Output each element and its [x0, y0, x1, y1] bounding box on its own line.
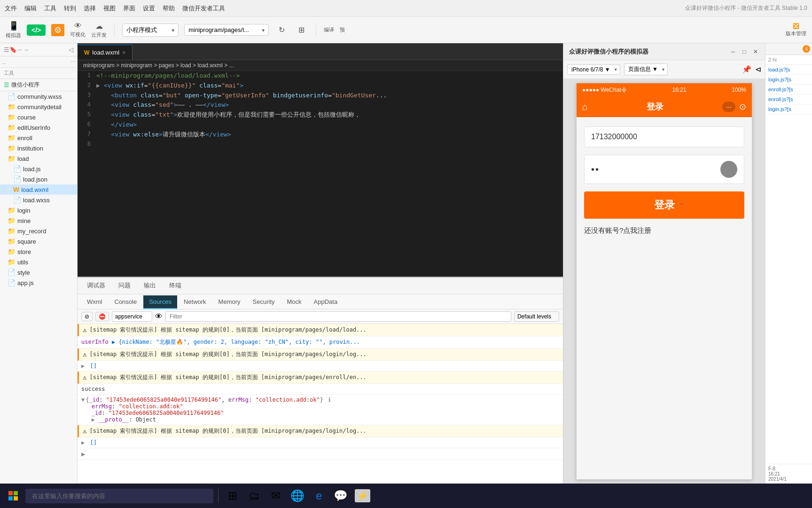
- password-slider[interactable]: [720, 161, 737, 178]
- sim-minimize-btn[interactable]: ─: [729, 48, 737, 56]
- page-info-btn[interactable]: 页面信息 ▼: [624, 64, 668, 75]
- file-item-course[interactable]: 📁 course: [0, 112, 77, 122]
- taskbar-app-wechat[interactable]: 💬: [331, 486, 350, 505]
- file-item-communitydetail[interactable]: 📁 communitydetail: [0, 102, 77, 112]
- file-item-mine[interactable]: 📁 mine: [0, 215, 77, 226]
- phone-login-button[interactable]: 登录: [584, 191, 744, 219]
- taskbar-app-explorer[interactable]: ⊞: [223, 486, 242, 505]
- subtab-security[interactable]: Security: [247, 295, 281, 309]
- file-item-enroll[interactable]: 📁 enroll: [0, 133, 77, 143]
- file-item-load-wxss[interactable]: 📄 load.wxss: [0, 195, 77, 205]
- mode-dropdown[interactable]: 小程序模式: [122, 24, 179, 37]
- footer-time: 16:21: [768, 471, 809, 476]
- taskbar-app-file-manager[interactable]: 🗂: [245, 486, 264, 505]
- menu-file[interactable]: 文件: [5, 4, 17, 13]
- phone-password-input[interactable]: ••: [584, 155, 744, 184]
- phone-register-link[interactable]: 还没有账号?点我注册: [584, 226, 744, 235]
- start-btn[interactable]: [4, 486, 23, 505]
- sidebar-forward-icon[interactable]: →: [23, 46, 29, 53]
- log-link-enroll-js-1[interactable]: enroll.js?[s: [765, 85, 812, 95]
- path-dropdown[interactable]: miniprogram/pages/l...: [184, 24, 269, 36]
- file-item-load[interactable]: 📁 load: [0, 153, 77, 164]
- nav-record-btn[interactable]: ⊙: [739, 102, 746, 112]
- console-log[interactable]: ⚠ [sitemap 索引情况提示] 根据 sitemap 的规则[0]，当前页…: [78, 324, 563, 484]
- taskbar-app-terminal[interactable]: ⚡: [353, 486, 372, 505]
- taskbar-app-browser[interactable]: 🌐: [288, 486, 307, 505]
- tab-output[interactable]: 输出: [138, 278, 162, 294]
- qr-btn[interactable]: ⊞: [294, 23, 308, 37]
- sidebar-more-icon[interactable]: ···: [71, 58, 75, 64]
- file-item-institution[interactable]: 📁 institution: [0, 143, 77, 153]
- refresh-btn[interactable]: ↻: [274, 23, 289, 37]
- subtab-mock[interactable]: Mock: [281, 295, 307, 309]
- menu-tools[interactable]: 工具: [44, 4, 56, 13]
- file-item-login[interactable]: 📁 login: [0, 205, 77, 215]
- editor-btn[interactable]: </>: [27, 24, 46, 36]
- levels-dropdown[interactable]: Default levels: [514, 311, 559, 322]
- nav-more-btn[interactable]: ···: [722, 102, 735, 112]
- subtab-appdata[interactable]: AppData: [308, 295, 344, 309]
- device-selector[interactable]: iPhone 6/7/8 ▼: [567, 64, 620, 75]
- menu-settings[interactable]: 设置: [143, 4, 155, 13]
- menu-interface[interactable]: 界面: [123, 4, 135, 13]
- preview-btn[interactable]: 预: [340, 26, 345, 33]
- code-editor[interactable]: 1 <!--miniprogram/pages/load/load.wxml--…: [78, 71, 563, 277]
- taskbar-search[interactable]: [25, 489, 213, 503]
- sidebar-back-icon[interactable]: ←: [17, 46, 23, 53]
- sim-pin-icon[interactable]: 📌: [742, 65, 751, 74]
- file-item-my-record[interactable]: 📁 my_record: [0, 226, 77, 236]
- sidebar-collapse-icon[interactable]: ◁: [69, 46, 73, 53]
- file-item-load-wxml[interactable]: W load.wxml: [0, 184, 77, 195]
- taskbar-app-mail[interactable]: ✉: [266, 486, 285, 505]
- log-link-enroll-js-2[interactable]: enroll.js?[s: [765, 95, 812, 104]
- debug-btn[interactable]: ⚙: [51, 24, 64, 36]
- log-link-load-js[interactable]: load.js?[s: [765, 65, 812, 75]
- sim-maximize-btn[interactable]: □: [741, 48, 748, 56]
- file-item-load-json[interactable]: 📄 load.json: [0, 174, 77, 184]
- compile-btn[interactable]: 编译: [324, 26, 334, 33]
- subtab-wxml[interactable]: Wxml: [81, 295, 108, 309]
- subtab-network[interactable]: Network: [178, 295, 212, 309]
- tab-close-btn[interactable]: ×: [122, 49, 125, 56]
- file-item-style[interactable]: 📄 style: [0, 267, 77, 278]
- sim-rotate-icon[interactable]: ⊲: [755, 65, 761, 74]
- subtab-console[interactable]: Console: [109, 295, 143, 309]
- file-item-load-js[interactable]: 📄 load.js: [0, 164, 77, 174]
- tab-issues[interactable]: 问题: [113, 278, 136, 294]
- filter-input[interactable]: [165, 311, 511, 322]
- log-link-login-js-2[interactable]: login.js?[s: [765, 104, 812, 114]
- menu-wechat-dev[interactable]: 微信开发者工具: [182, 4, 225, 13]
- console-block-btn[interactable]: ⛔: [95, 312, 109, 321]
- file-item-community-wxss[interactable]: 📄 community.wxss: [0, 91, 77, 102]
- version-mgmt-btn[interactable]: 🔀 版本管理: [786, 23, 806, 37]
- file-item-square[interactable]: 📁 square: [0, 236, 77, 246]
- menu-edit[interactable]: 编辑: [24, 4, 37, 13]
- cloud-btn[interactable]: ☁ 云开发: [91, 22, 107, 39]
- menu-view[interactable]: 视图: [103, 4, 116, 13]
- tab-debugger[interactable]: 调试器: [81, 278, 111, 294]
- file-item-store[interactable]: 📁 store: [0, 246, 77, 257]
- sim-close-btn[interactable]: ✕: [752, 48, 759, 56]
- console-clear-btn[interactable]: ⊘: [81, 312, 93, 321]
- tab-terminal[interactable]: 终端: [164, 278, 187, 294]
- visual-btn[interactable]: 👁 可视化: [70, 22, 86, 38]
- menu-help[interactable]: 帮助: [163, 4, 175, 13]
- log-link-login-js-1[interactable]: login.js?[s: [765, 75, 812, 85]
- menu-goto[interactable]: 转到: [64, 4, 76, 13]
- editor-tab-load-wxml[interactable]: W load.wxml ×: [78, 45, 133, 60]
- sidebar-bookmark-icon[interactable]: 🔖: [9, 46, 17, 53]
- sidebar-menu-icon[interactable]: ☰: [4, 46, 9, 53]
- phone-number-input[interactable]: 17132000000: [584, 127, 744, 147]
- taskbar-app-edge[interactable]: e: [310, 486, 328, 505]
- eye-icon[interactable]: 👁: [155, 312, 163, 321]
- subtab-sources[interactable]: Sources: [143, 295, 177, 309]
- menu-select[interactable]: 选择: [84, 4, 96, 13]
- nav-home-btn[interactable]: ⌂: [582, 102, 588, 112]
- file-item-editUserInfo[interactable]: 📁 editUserInfo: [0, 122, 77, 133]
- service-dropdown[interactable]: appservice: [112, 311, 152, 322]
- subtab-memory[interactable]: Memory: [213, 295, 246, 309]
- simulator-btn[interactable]: 📱 模拟器: [6, 21, 21, 39]
- object-info-icon[interactable]: ℹ: [328, 397, 331, 403]
- file-item-app-js[interactable]: 📄 app.js: [0, 278, 77, 288]
- file-item-utils[interactable]: 📁 utils: [0, 257, 77, 267]
